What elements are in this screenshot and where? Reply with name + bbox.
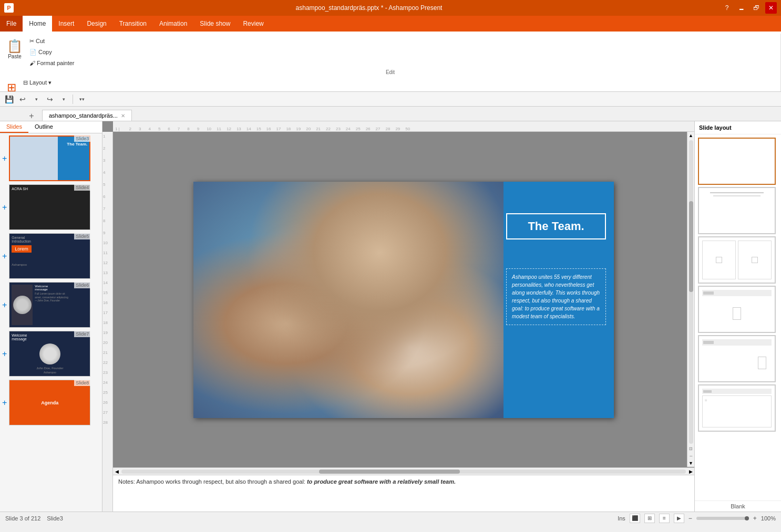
app-icon: P — [4, 3, 14, 13]
layout-item-4[interactable] — [698, 286, 776, 333]
slide-item-5[interactable]: + GeneralIntroduction Lorem Ashampoo Sli… — [2, 233, 100, 279]
insert-mode: Ins — [618, 515, 625, 521]
blank-label: Blank — [695, 500, 781, 512]
copy-button[interactable]: 📄 Copy — [27, 47, 77, 57]
doc-tab-1[interactable]: ashampoo_standardpräs... ✕ — [42, 110, 132, 121]
tabbar: + ashampoo_standardpräs... ✕ — [0, 107, 781, 121]
help-btn[interactable]: ? — [721, 2, 733, 14]
cut-icon: ✂ — [29, 38, 34, 45]
clipboard-group-label: Edit — [3, 68, 777, 75]
slide-view[interactable]: The Team. Ashampoo unites 55 very differ… — [193, 182, 614, 418]
qa-undo-dropdown[interactable]: ▾ — [30, 93, 42, 105]
qa-more-btn[interactable]: ▾▾ — [76, 93, 88, 105]
slide-8-label: Slide8 — [74, 380, 90, 386]
scroll-up-btn[interactable]: ▲ — [687, 132, 695, 139]
view-slides-btn[interactable]: ⊞ — [644, 514, 655, 523]
paste-button[interactable]: 📋 Paste — [3, 34, 26, 64]
qa-save-btn[interactable]: 💾 — [3, 93, 15, 105]
title-text: ashampoo_standardpräs.pptx * - Ashampoo … — [17, 4, 721, 12]
slides-tab[interactable]: Slides — [0, 121, 28, 133]
slide-5-label: Slide5 — [74, 233, 90, 239]
zoom-in-btn[interactable]: + — [753, 515, 757, 522]
menu-slideshow[interactable]: Slide show — [193, 16, 237, 32]
paste-icon: 📋 — [7, 39, 23, 54]
qa-redo-dropdown[interactable]: ▾ — [58, 93, 69, 105]
menu-home[interactable]: Home — [23, 16, 52, 32]
slide-3-label: Slide3 — [74, 135, 90, 142]
slide-name: Slide3 — [47, 515, 63, 521]
menu-design[interactable]: Design — [80, 16, 112, 32]
slide-count: Slide 3 of 212 — [5, 515, 40, 521]
add-slide-5-btn[interactable]: + — [2, 252, 7, 261]
slide-item-8[interactable]: + Agenda Slide8 — [2, 380, 100, 425]
qa-undo-btn[interactable]: ↩ — [17, 93, 28, 105]
menu-file[interactable]: File — [0, 16, 23, 32]
format-painter-button[interactable]: 🖌 Format painter — [27, 58, 77, 68]
slide-item-7[interactable]: + Welcomemessage John Doe, Founder Asham… — [2, 331, 100, 377]
scroll-down-btn[interactable]: ▼ — [687, 460, 695, 467]
view-presenter-btn[interactable]: ▶ — [674, 514, 684, 523]
add-slide-icon: ⊞ — [7, 81, 16, 92]
window-controls[interactable]: ? 🗕 🗗 ✕ — [721, 2, 777, 14]
statusbar: Slide 3 of 212 Slide3 Ins ⬛ ⊞ ≡ ▶ − + 10… — [0, 512, 781, 524]
quick-access-toolbar: 💾 ↩ ▾ ↪ ▾ ▾▾ — [0, 92, 781, 107]
fit-slide-btn[interactable]: ⊡ — [687, 445, 695, 452]
add-slide-7-btn[interactable]: + — [2, 349, 7, 359]
cut-button[interactable]: ✂ Cut — [27, 36, 77, 46]
slide-4-label: Slide4 — [74, 184, 90, 191]
layout-item-3[interactable] — [698, 236, 776, 284]
slide-7-label: Slide7 — [74, 331, 90, 337]
reset-button[interactable]: ↺Reset — [21, 88, 57, 92]
menu-review[interactable]: Review — [237, 16, 270, 32]
add-slide-8-btn[interactable]: + — [2, 398, 7, 408]
scroll-right-btn[interactable]: ▶ — [687, 468, 694, 475]
view-normal-btn[interactable]: ⬛ — [630, 514, 640, 523]
layout-item-2[interactable] — [698, 187, 776, 234]
slide-desc-box[interactable]: Ashampoo unites 55 very different person… — [506, 268, 606, 325]
right-panel-header: Slide layout — [695, 121, 781, 134]
copy-icon: 📄 — [29, 49, 37, 56]
notes-bold-text: to produce great software with a relativ… — [307, 478, 456, 485]
zoom-slider[interactable] — [696, 517, 749, 520]
slide-6-label: Slide6 — [74, 282, 90, 288]
qa-redo-btn[interactable]: ↪ — [44, 93, 56, 105]
add-slide-button[interactable]: ⊞ Add — [3, 75, 20, 92]
menu-animation[interactable]: Animation — [153, 16, 193, 32]
tab-close-icon[interactable]: ✕ — [121, 113, 125, 119]
slide-item-3[interactable]: + The Team. Slide3 — [2, 135, 100, 181]
zoom-level: 100% — [761, 515, 776, 521]
slide-item-6[interactable]: + Welcomemessage Full Lorem ipsum dolor … — [2, 282, 100, 328]
notes-text: Ashampoo works through respect, but also… — [136, 478, 307, 485]
layout-item-6[interactable]: ≡ — [698, 384, 776, 432]
notes-area: Notes: Ashampoo works through respect, b… — [113, 475, 694, 512]
group-slide: ⊞ Add ⊟Layout ▾ ↺Reset ⊞Manage ▾ Slide — [0, 75, 781, 92]
add-slide-6-btn[interactable]: + — [2, 300, 7, 310]
slide-item-4[interactable]: + ACRA SH Slide4 — [2, 184, 100, 230]
close-btn[interactable]: ✕ — [765, 2, 777, 14]
slide-title-box[interactable]: The Team. — [506, 213, 606, 239]
minimize-btn[interactable]: 🗕 — [736, 2, 747, 14]
maximize-btn[interactable]: 🗗 — [751, 2, 762, 14]
group-clipboard: 📋 Paste ✂ Cut 📄 Copy 🖌 Format painter Ed… — [0, 34, 781, 75]
menu-transition[interactable]: Transition — [113, 16, 153, 32]
zoom-out-btn[interactable]: − — [688, 515, 692, 522]
outline-tab[interactable]: Outline — [28, 121, 59, 133]
layout-button[interactable]: ⊟Layout ▾ — [21, 77, 57, 88]
scroll-left-btn[interactable]: ◀ — [113, 468, 120, 475]
add-slide-3-btn[interactable]: + — [2, 154, 7, 163]
view-outline-btn[interactable]: ≡ — [659, 514, 670, 523]
menu-insert[interactable]: Insert — [52, 16, 80, 32]
layout-item-1[interactable] — [698, 138, 776, 185]
layout-item-5[interactable] — [698, 335, 776, 382]
fit-width-btn[interactable]: ↔ — [687, 452, 695, 460]
format-painter-icon: 🖌 — [29, 60, 35, 66]
new-tab-btn[interactable]: + — [29, 111, 34, 121]
add-slide-4-btn[interactable]: + — [2, 203, 7, 212]
titlebar: P ashampoo_standardpräs.pptx * - Ashampo… — [0, 0, 781, 16]
notes-label: Notes: — [118, 478, 135, 485]
